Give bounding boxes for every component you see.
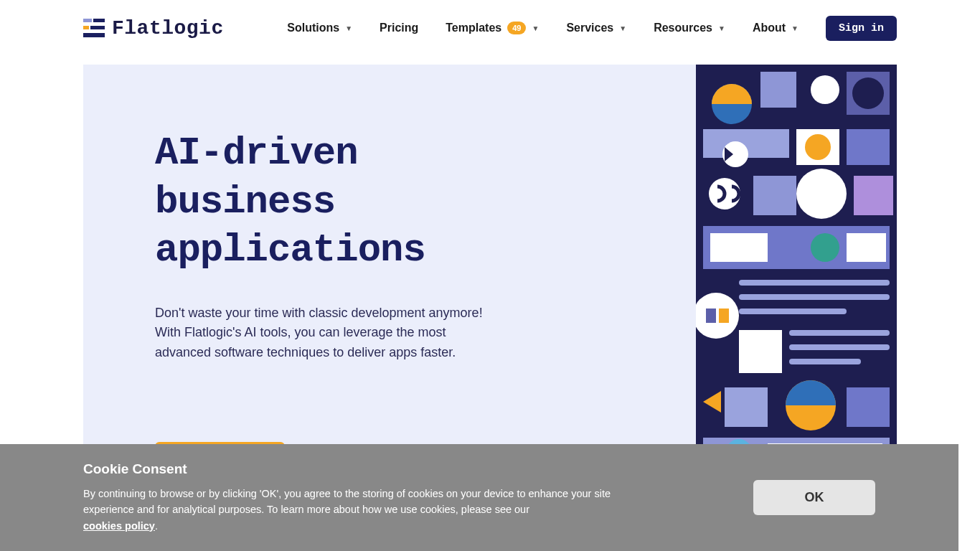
site-header: Flatlogic Solutions ▼ Pricing Templates … xyxy=(0,0,980,56)
cookie-body: By continuing to browse or by clicking '… xyxy=(83,486,657,534)
hero-description: Don't waste your time with classic devel… xyxy=(155,303,499,364)
nav-pricing[interactable]: Pricing xyxy=(380,22,418,34)
svg-rect-18 xyxy=(753,176,796,215)
svg-rect-1 xyxy=(93,19,105,22)
cookie-ok-button[interactable]: OK xyxy=(753,480,875,515)
brand-name: Flatlogic xyxy=(112,17,224,39)
chevron-down-icon: ▼ xyxy=(532,24,539,32)
svg-rect-28 xyxy=(706,309,716,323)
nav-label: Templates xyxy=(446,22,501,34)
cookie-body-before: By continuing to browse or by clicking '… xyxy=(83,488,611,515)
nav-label: Solutions xyxy=(287,22,339,34)
brand-logo-icon xyxy=(83,19,105,37)
svg-rect-29 xyxy=(719,309,729,323)
hero-title: AI-driven business applications xyxy=(155,129,542,275)
nav-label: Pricing xyxy=(380,22,418,34)
chevron-down-icon: ▼ xyxy=(718,24,725,32)
svg-rect-36 xyxy=(847,387,890,427)
cookie-text: Cookie Consent By continuing to browse o… xyxy=(83,461,657,534)
nav-label: About xyxy=(753,22,786,34)
svg-rect-21 xyxy=(710,233,768,262)
nav-resources[interactable]: Resources ▼ xyxy=(654,22,725,34)
svg-rect-25 xyxy=(739,294,890,300)
hero-content: AI-driven business applications Don't wa… xyxy=(83,65,542,475)
nav-services[interactable]: Services ▼ xyxy=(566,22,626,34)
cookie-body-after: . xyxy=(155,520,158,532)
svg-rect-32 xyxy=(789,344,890,350)
svg-rect-3 xyxy=(90,26,105,29)
svg-rect-30 xyxy=(739,330,782,373)
svg-rect-23 xyxy=(847,233,886,262)
nav-label: Services xyxy=(566,22,613,34)
nav-solutions[interactable]: Solutions ▼ xyxy=(287,22,352,34)
svg-point-22 xyxy=(811,233,839,262)
svg-rect-31 xyxy=(789,330,890,336)
svg-point-10 xyxy=(852,77,884,109)
svg-rect-2 xyxy=(83,26,89,29)
svg-rect-15 xyxy=(847,129,890,165)
main-nav: Solutions ▼ Pricing Templates 49 ▼ Servi… xyxy=(287,16,897,41)
cookie-title: Cookie Consent xyxy=(83,461,657,477)
hero-desc-line2: With Flatlogic's AI tools, you can lever… xyxy=(155,325,456,359)
cookie-consent-banner: Cookie Consent By continuing to browse o… xyxy=(0,444,958,551)
svg-rect-7 xyxy=(760,72,796,108)
nav-about[interactable]: About ▼ xyxy=(753,22,798,34)
svg-rect-0 xyxy=(83,19,92,22)
cookies-policy-link[interactable]: cookies policy xyxy=(83,520,155,532)
sign-in-button[interactable]: Sign in xyxy=(826,16,897,41)
hero-section: AI-driven business applications Don't wa… xyxy=(83,65,897,475)
svg-rect-24 xyxy=(739,280,890,286)
svg-point-8 xyxy=(811,75,839,104)
hero-title-line2: applications xyxy=(155,228,425,272)
chevron-down-icon: ▼ xyxy=(619,24,626,32)
svg-point-14 xyxy=(805,134,831,160)
brand-logo[interactable]: Flatlogic xyxy=(83,17,224,39)
svg-rect-4 xyxy=(83,33,105,37)
hero-title-line1: AI-driven business xyxy=(155,131,358,224)
hero-desc-line1: Don't waste your time with classic devel… xyxy=(155,306,483,320)
svg-rect-26 xyxy=(739,309,847,314)
svg-rect-19 xyxy=(854,176,893,215)
svg-point-16 xyxy=(796,169,847,219)
nav-label: Resources xyxy=(654,22,712,34)
svg-rect-35 xyxy=(725,387,768,427)
hero-illustration xyxy=(696,65,897,475)
svg-rect-33 xyxy=(789,359,861,364)
chevron-down-icon: ▼ xyxy=(345,24,352,32)
nav-templates[interactable]: Templates 49 ▼ xyxy=(446,22,539,34)
chevron-down-icon: ▼ xyxy=(791,24,798,32)
templates-count-badge: 49 xyxy=(507,22,526,34)
